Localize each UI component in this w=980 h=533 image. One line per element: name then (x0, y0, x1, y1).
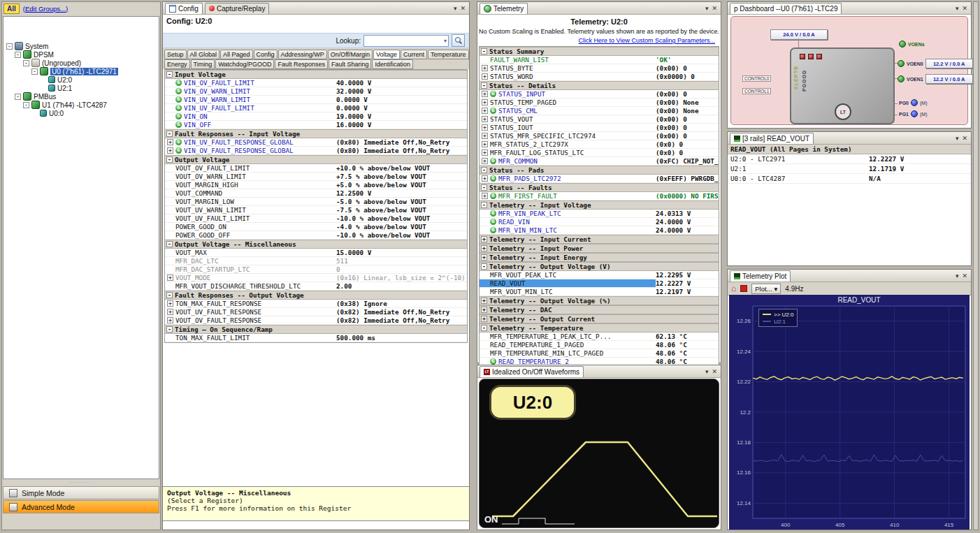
section-header-row[interactable]: +Telemetry -- Input Current (480, 235, 719, 244)
tree-item[interactable]: -U0 (7'h61) -LTC2971 (3, 67, 159, 75)
register-name-cell[interactable]: MFR_DAC_LTC (165, 257, 336, 265)
section-header-row[interactable]: -Telemetry -- Output Voltage (V) (480, 262, 719, 271)
section-header-row[interactable]: -Telemetry -- Temperature (480, 323, 719, 333)
capture-replay-tab[interactable]: Capture/Replay (205, 3, 269, 14)
section-header-row[interactable]: +Telemetry -- DAC (480, 305, 719, 314)
section-expander-icon[interactable]: + (481, 316, 487, 322)
lookup-input[interactable]: ▾ (363, 35, 449, 47)
close-icon[interactable]: ✕ (962, 5, 967, 12)
section-expander-icon[interactable]: - (166, 326, 173, 333)
register-row[interactable]: MFR_TEMPERATURE_1_PEAK_LTC_P...62.13 °C (480, 333, 719, 341)
register-row[interactable]: +STATUS_IOUT(0x00) 0 (480, 124, 719, 132)
register-name-cell[interactable]: MFR_VOUT_PEAK_LTC (480, 271, 656, 279)
register-name-cell[interactable]: VOUT_OV_WARN_LIMIT (165, 173, 336, 180)
section-expander-icon[interactable]: + (481, 236, 487, 242)
register-name-cell[interactable]: MFR_TEMPERATURE_1_PEAK_LTC_P... (480, 333, 656, 340)
dashboard-tab[interactable]: p Dashboard --U0 (7'h61) -LTC29 (730, 3, 842, 14)
section-header-row[interactable]: +Telemetry -- Input Power (480, 244, 719, 253)
register-row[interactable]: VOUT_MARGIN_HIGH+5.0 % above/below VOUT (165, 181, 467, 189)
row-expander-icon[interactable]: + (482, 116, 488, 122)
ribbon-tab-config[interactable]: Config (254, 50, 278, 59)
section-expander-icon[interactable]: - (481, 263, 487, 270)
register-row[interactable]: GVIN_OV_WARN_LIMIT32.0000 V (165, 87, 467, 96)
section-expander-icon[interactable]: - (481, 167, 487, 173)
readvout-row[interactable]: U2:0 - LTC297112.2227 V (728, 154, 971, 164)
row-expander-icon[interactable]: + (482, 65, 488, 71)
register-name-cell[interactable]: GVIN_UV_FAULT_LIMIT (165, 104, 336, 112)
register-row[interactable]: MFR_DAC_STARTUP_LTC0 (165, 265, 467, 274)
section-expander-icon[interactable]: - (481, 202, 487, 208)
register-row[interactable]: VOUT_MARGIN_LOW-5.0 % above/below VOUT (165, 198, 467, 206)
search-icon[interactable] (452, 34, 465, 47)
register-name-cell[interactable]: GVIN_UV_WARN_LIMIT (165, 96, 336, 103)
all-button[interactable]: All (3, 3, 20, 14)
register-name-cell[interactable]: VOUT_OV_FAULT_LIMIT (165, 164, 336, 172)
register-row[interactable]: +VOUT_OV_FAULT_RESPONSE(0x82) Immediate … (165, 316, 467, 325)
section-expander-icon[interactable]: - (166, 131, 173, 137)
section-header-row[interactable]: -Status -- Faults (480, 183, 719, 192)
register-name-cell[interactable]: VOUT_MAX (165, 249, 336, 256)
register-name-cell[interactable]: VOUT_UV_WARN_LIMIT (165, 206, 336, 214)
tree-item[interactable]: U0:0 (3, 109, 159, 117)
register-name-cell[interactable]: POWER_GOOD_ON (165, 223, 336, 231)
section-header-row[interactable]: +Telemetry -- Input Energy (480, 253, 719, 262)
ribbon-tab-watchdog-pgood[interactable]: Watchdog/PGOOD (215, 59, 274, 69)
tree-item[interactable]: U2:1 (3, 84, 159, 92)
section-expander-icon[interactable]: + (481, 307, 487, 313)
section-expander-icon[interactable]: + (481, 254, 487, 261)
register-name-cell[interactable]: +STATUS_WORD (480, 73, 656, 80)
register-row[interactable]: GVIN_UV_FAULT_LIMIT0.0000 V (165, 104, 467, 112)
register-name-cell[interactable]: VOUT_MARGIN_LOW (165, 198, 336, 205)
readvout-row[interactable]: U0:0 - LTC4287N/A (728, 174, 971, 184)
collapse-icon[interactable]: ▾ (454, 5, 457, 12)
row-expander-icon[interactable]: + (482, 108, 488, 114)
section-header-row[interactable]: -Status Summary (480, 47, 719, 56)
waveform-tab[interactable]: LT Idealized On/Off Waveforms (480, 366, 584, 377)
custom-scaling-link[interactable]: Click Here to View Custom Scaling Parame… (477, 35, 721, 46)
ribbon-tab-voltage[interactable]: Voltage (373, 50, 400, 59)
pg1-status-dot[interactable] (911, 110, 918, 117)
register-name-cell[interactable]: +VOUT_OV_FAULT_RESPONSE (165, 316, 336, 324)
ribbon-tab-on-off-margin[interactable]: On/Off/Margin (328, 50, 373, 59)
combo-dropdown-icon[interactable]: ▾ (444, 38, 447, 44)
register-row[interactable]: MFR_VOUT_PEAK_LTC12.2295 V (480, 271, 719, 279)
voen0-status-dot[interactable] (898, 60, 905, 67)
register-row[interactable]: READ_VOUT12.2227 V (480, 279, 719, 288)
section-expander-icon[interactable]: - (166, 71, 173, 78)
readvout-row[interactable]: U2:112.1719 V (728, 164, 971, 174)
register-row[interactable]: +GVIN_OV_FAULT_RESPONSE_GLOBAL(0x80) Imm… (165, 147, 467, 155)
edit-groups-link[interactable]: (Edit Groups...) (23, 5, 68, 13)
close-icon[interactable]: ✕ (460, 5, 466, 12)
register-row[interactable]: GVIN_UV_WARN_LIMIT0.0000 V (165, 96, 467, 104)
section-header-row[interactable]: -Fault Responses -- Input Voltage (165, 129, 467, 138)
register-name-cell[interactable]: +MFR_FAULT_LOG_STATUS_LTC (480, 149, 656, 156)
register-name-cell[interactable]: GVIN_ON (165, 112, 336, 120)
register-row[interactable]: +GMFR_PADS_LTC2972(0xFEFF) PWRGDB_DRIVE,… (480, 175, 719, 183)
section-header-row[interactable]: -Output Voltage -- Miscellaneous (165, 240, 467, 249)
section-expander-icon[interactable]: - (166, 241, 173, 247)
register-name-cell[interactable]: FAULT_WARN_LIST (480, 56, 656, 64)
right-scroll-strip[interactable] (973, 1, 979, 530)
ribbon-tab-fault-responses[interactable]: Fault Responses (275, 59, 328, 69)
register-name-cell[interactable]: +GVIN_OV_FAULT_RESPONSE_GLOBAL (165, 147, 336, 154)
ribbon-tab-addressing-wp[interactable]: Addressing/WP (278, 50, 327, 59)
register-row[interactable]: VOUT_COMMAND12.2500 V (165, 189, 467, 198)
register-row[interactable]: +STATUS_WORD(0x0000) 0 (480, 73, 719, 81)
ribbon-tab-all-global[interactable]: All Global (187, 50, 220, 59)
section-header-row[interactable]: -Input Voltage (165, 70, 467, 79)
register-row[interactable]: +GVIN_UV_FAULT_RESPONSE_GLOBAL(0x80) Imm… (165, 138, 467, 147)
collapse-icon[interactable]: ▾ (956, 272, 959, 279)
register-row[interactable]: MFR_VOUT_DISCHARGE_THRESHOLD_LTC2.00 (165, 282, 467, 291)
ribbon-tab-setup[interactable]: Setup (164, 50, 187, 59)
collapse-icon[interactable]: ▾ (705, 5, 709, 12)
register-row[interactable]: GMFR_VIN_MIN_LTC24.0000 V (480, 226, 719, 235)
section-header-row[interactable]: -Status -- Details (480, 81, 719, 90)
section-expander-icon[interactable]: - (481, 325, 487, 331)
register-row[interactable]: +STATUS_BYTE(0x00) 0 (480, 64, 719, 73)
register-row[interactable]: VOUT_UV_FAULT_LIMIT-10.0 % above/below V… (165, 214, 467, 223)
register-row[interactable]: TON_MAX_FAULT_LIMIT500.000 ms (165, 334, 467, 342)
close-icon[interactable]: ✕ (712, 5, 717, 12)
tree-item[interactable]: -DPSM (3, 50, 159, 59)
tree-item[interactable]: -(Ungrouped) (3, 59, 159, 67)
legend-entry[interactable]: U2:1 (763, 318, 793, 325)
